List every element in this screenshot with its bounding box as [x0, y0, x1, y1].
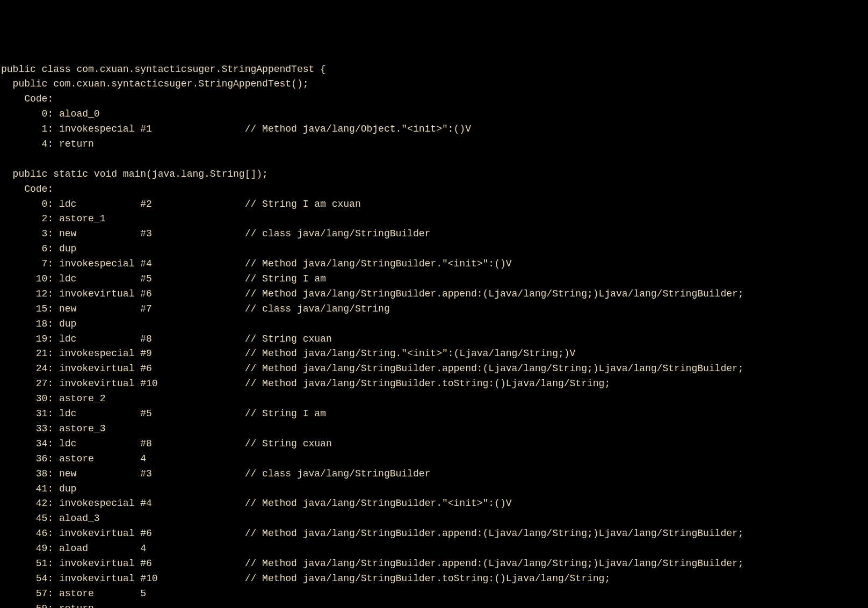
- bytecode-listing: public class com.cxuan.syntacticsuger.St…: [1, 62, 867, 608]
